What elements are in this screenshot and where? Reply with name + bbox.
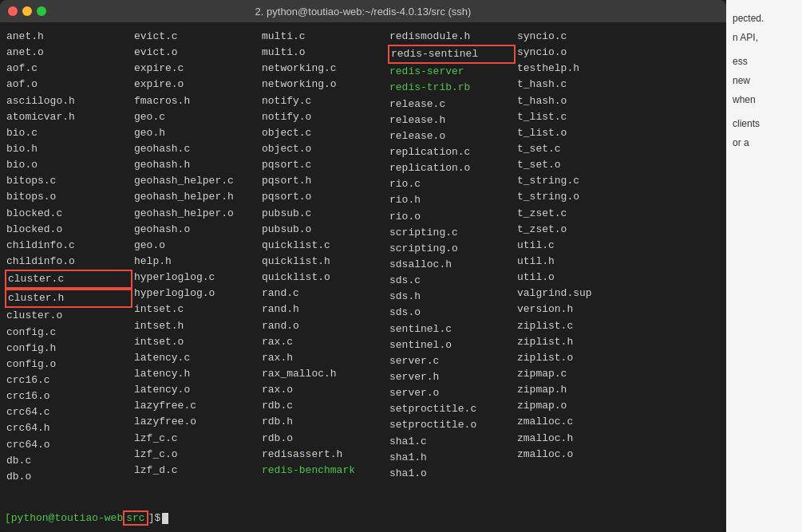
right-text-2: pected. — [733, 11, 796, 26]
file-item: t_string.o — [516, 189, 643, 205]
file-column-3: multi.c multi.o networking.c networking.… — [260, 29, 388, 507]
file-item: geohash.o — [132, 222, 260, 238]
file-item: blocked.c — [5, 206, 132, 222]
redis-benchmark-file: redis-benchmark — [260, 463, 388, 479]
file-item: sha1.h — [388, 450, 516, 466]
file-item: zipmap.h — [516, 382, 643, 398]
file-item: cluster.h — [5, 289, 132, 308]
prompt-bracket: ]$ — [148, 512, 161, 524]
file-item: config.c — [5, 325, 132, 341]
file-item: networking.c — [260, 61, 388, 77]
file-item: object.c — [260, 125, 388, 141]
file-item: help.h — [132, 254, 260, 270]
file-item: sds.o — [388, 305, 516, 321]
file-item: pubsub.c — [260, 206, 388, 222]
file-item: atomicvar.h — [5, 109, 132, 125]
file-item: bio.o — [5, 157, 132, 173]
file-item: rax.o — [260, 382, 388, 398]
prompt-user: [python@toutiao-web — [5, 512, 123, 524]
file-item: server.c — [388, 353, 516, 369]
file-item: t_string.c — [516, 173, 643, 189]
file-item: blocked.o — [5, 222, 132, 238]
right-text-6: new — [733, 73, 796, 88]
file-item: zmalloc.o — [516, 447, 643, 463]
close-button[interactable] — [8, 6, 18, 16]
file-item: rax.h — [260, 350, 388, 366]
file-item: hyperloglog.c — [132, 270, 260, 286]
file-item: ziplist.h — [516, 334, 643, 350]
file-item: zipmap.c — [516, 366, 643, 382]
file-item: release.c — [388, 97, 516, 112]
file-item: pubsub.o — [260, 222, 388, 238]
file-item: t_zset.o — [516, 222, 643, 238]
file-item: t_list.c — [516, 109, 643, 125]
right-text-3: n API, — [733, 30, 796, 45]
file-item: release.h — [388, 112, 516, 128]
file-item: replication.c — [388, 144, 516, 160]
file-item: childinfo.o — [5, 254, 132, 270]
file-item: config.o — [5, 357, 132, 372]
file-item: server.h — [388, 369, 516, 385]
file-column-1: anet.h anet.o aof.c aof.o asciilogo.h at… — [5, 29, 132, 507]
file-item: aof.o — [5, 77, 132, 93]
file-item: intset.o — [132, 334, 260, 350]
file-item: geo.c — [132, 109, 260, 125]
file-item: util.o — [516, 270, 643, 286]
file-column-2: evict.c evict.o expire.c expire.o fmacro… — [132, 29, 260, 507]
file-item: latency.h — [132, 366, 260, 382]
file-item: rio.h — [388, 192, 516, 208]
file-item: lzf_c.o — [132, 447, 260, 463]
file-column-4: redismodule.h redis-sentinel redis-serve… — [388, 29, 516, 507]
file-item: geohash_helper.o — [132, 206, 260, 222]
file-item: t_set.c — [516, 141, 643, 157]
file-item: crc16.o — [5, 388, 132, 404]
redis-sentinel-file: redis-sentinel — [388, 45, 516, 64]
file-item: expire.c — [132, 61, 260, 77]
file-item: rand.c — [260, 286, 388, 301]
file-item: setproctitle.o — [388, 417, 516, 433]
file-item: rdb.h — [260, 414, 388, 430]
file-item: pqsort.o — [260, 189, 388, 205]
file-item: intset.c — [132, 301, 260, 317]
file-item: zipmap.o — [516, 398, 643, 414]
redis-server-file: redis-server — [388, 64, 516, 80]
file-item: intset.h — [132, 318, 260, 334]
file-item: anet.o — [5, 45, 132, 61]
file-item: latency.c — [132, 350, 260, 366]
file-item: t_hash.c — [516, 77, 643, 93]
file-item: crc64.h — [5, 420, 132, 436]
file-item: syncio.c — [516, 29, 643, 45]
file-item: t_hash.o — [516, 93, 643, 109]
file-item: networking.o — [260, 77, 388, 93]
file-item: zmalloc.h — [516, 431, 643, 447]
file-item: db.o — [5, 469, 132, 485]
file-item: notify.c — [260, 93, 388, 109]
files-container: anet.h anet.o aof.c aof.o asciilogo.h at… — [5, 29, 721, 507]
file-item: multi.o — [260, 45, 388, 61]
file-item: rax.c — [260, 334, 388, 350]
file-item: sentinel.c — [388, 321, 516, 337]
file-item: util.c — [516, 238, 643, 254]
file-item: object.o — [260, 141, 388, 157]
file-item: rand.o — [260, 318, 388, 334]
file-item: sha1.o — [388, 466, 516, 482]
file-item: t_list.o — [516, 125, 643, 141]
right-text-7: when — [733, 93, 796, 107]
file-item: evict.o — [132, 45, 260, 61]
file-item: replication.o — [388, 160, 516, 176]
file-item: rio.o — [388, 209, 516, 225]
file-item: crc64.c — [5, 404, 132, 420]
file-item: geohash_helper.h — [132, 189, 260, 205]
minimize-button[interactable] — [22, 6, 32, 16]
file-item: bitops.c — [5, 173, 132, 189]
file-item: expire.o — [132, 77, 260, 93]
window-title: 2. python@toutiao-web:~/redis-4.0.13/src… — [255, 6, 472, 18]
maximize-button[interactable] — [37, 6, 46, 16]
file-item: rdb.o — [260, 431, 388, 447]
file-item: config.h — [5, 341, 132, 357]
file-item: rand.h — [260, 301, 388, 317]
file-item: evict.c — [132, 29, 260, 45]
file-item: latency.o — [132, 382, 260, 398]
file-item: geohash_helper.c — [132, 173, 260, 189]
cursor — [162, 513, 168, 524]
